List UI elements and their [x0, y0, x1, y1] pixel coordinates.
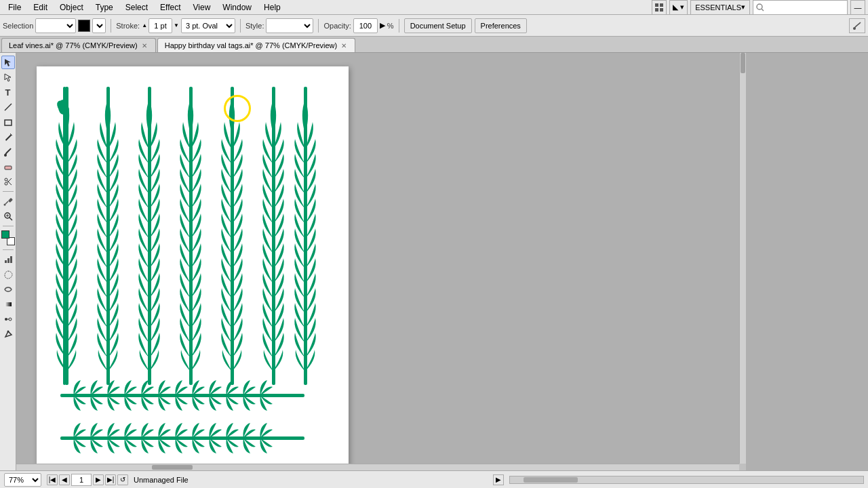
svg-rect-3: [660, 8, 663, 12]
zoom-tool[interactable]: [1, 209, 15, 223]
page-prev-btn[interactable]: ◀: [59, 474, 70, 485]
minimize-btn[interactable]: —: [850, 0, 865, 15]
menu-view[interactable]: View: [188, 1, 216, 14]
toolbar-divider3: [3, 249, 14, 250]
style-select[interactable]: [266, 18, 313, 33]
view-mode-btn[interactable]: ◣ ▾: [669, 0, 688, 15]
svg-point-4: [757, 4, 762, 9]
svg-line-5: [762, 9, 764, 11]
svg-rect-41: [60, 394, 304, 397]
stroke-type-select[interactable]: 3 pt. Oval: [181, 18, 235, 33]
svg-rect-0: [655, 3, 658, 7]
tool-select[interactable]: [35, 18, 76, 33]
page-number[interactable]: [71, 474, 92, 486]
direct-selection-tool[interactable]: [1, 70, 15, 84]
preferences-btn[interactable]: Preferences: [475, 18, 527, 33]
stroke-down-btn[interactable]: ▼: [174, 22, 179, 28]
pen-tool[interactable]: [1, 327, 15, 341]
svg-line-15: [7, 180, 12, 185]
graph-tool[interactable]: [1, 253, 15, 266]
svg-rect-8: [5, 120, 12, 125]
left-toolbar: T: [0, 53, 16, 470]
svg-line-20: [9, 218, 12, 220]
essentials-btn[interactable]: ESSENTIALS ▾: [690, 0, 750, 15]
v-scrollbar-thumb[interactable]: [741, 53, 745, 73]
menu-window[interactable]: Window: [217, 1, 257, 14]
bottom-scroll-track[interactable]: [509, 476, 865, 484]
brush-tool[interactable]: [1, 145, 15, 159]
stroke-label: Stroke:: [116, 22, 140, 30]
selection-tool[interactable]: [1, 56, 15, 69]
eraser-tool[interactable]: [1, 160, 15, 174]
svg-rect-23: [5, 260, 7, 263]
tab-leaf-vines-close[interactable]: ✕: [140, 42, 149, 49]
menu-select[interactable]: Select: [120, 1, 153, 14]
sep3: [318, 19, 319, 33]
svg-line-17: [5, 201, 8, 204]
svg-line-14: [7, 178, 12, 183]
artboard: .leaf { fill: #009966; } .vine-stem { fi…: [37, 66, 349, 470]
text-tool[interactable]: T: [1, 85, 15, 99]
tab-birthday-tags[interactable]: Happy birthday val tags.ai* @ 77% (CMYK/…: [157, 38, 356, 52]
search-icon[interactable]: [753, 0, 848, 15]
svg-rect-16: [7, 198, 12, 203]
sep1: [111, 19, 111, 33]
svg-rect-26: [5, 302, 12, 306]
document-setup-btn[interactable]: Document Setup: [404, 18, 472, 33]
page-last-btn[interactable]: ▶|: [105, 474, 116, 485]
color-select[interactable]: ▾: [92, 18, 106, 33]
eyedropper-tool[interactable]: [1, 195, 15, 208]
main-area: T: [0, 53, 868, 470]
lasso-tool[interactable]: [1, 268, 15, 281]
svg-rect-25: [10, 256, 12, 263]
vertical-scrollbar[interactable]: [739, 53, 746, 464]
svg-point-18: [3, 204, 5, 206]
fill-color[interactable]: [78, 20, 90, 32]
svg-rect-2: [655, 8, 658, 12]
status-bar: 77% |◀ ◀ ▶ ▶| ↺ Unmanaged File ▶: [0, 470, 868, 488]
horizontal-scrollbar[interactable]: [16, 464, 739, 470]
scrollbar-corner: [739, 464, 746, 470]
scissors-tool[interactable]: [1, 175, 15, 188]
blend-tool[interactable]: [1, 312, 15, 326]
tab-birthday-tags-label: Happy birthday val tags.ai* @ 77% (CMYK/…: [165, 41, 338, 49]
menu-type[interactable]: Type: [90, 1, 119, 14]
line-tool[interactable]: [1, 100, 15, 114]
page-next-btn[interactable]: ▶: [93, 474, 104, 485]
warp-tool[interactable]: [1, 283, 15, 296]
menu-edit[interactable]: Edit: [28, 1, 53, 14]
svg-rect-24: [7, 258, 9, 263]
canvas-area[interactable]: .leaf { fill: #009966; } .vine-stem { fi…: [16, 53, 746, 470]
file-status: Unmanaged File: [134, 476, 488, 484]
page-nav: |◀ ◀ ▶ ▶| ↺: [47, 474, 128, 486]
h-scrollbar-thumb[interactable]: [152, 465, 193, 470]
stroke-value[interactable]: [149, 18, 172, 33]
menu-effect[interactable]: Effect: [155, 1, 186, 14]
brush-options[interactable]: [849, 18, 865, 33]
status-expand-btn[interactable]: ▶: [493, 474, 504, 485]
shape-tool[interactable]: [1, 115, 15, 129]
gradient-tool[interactable]: [1, 298, 15, 311]
pencil-tool[interactable]: [1, 130, 15, 144]
page-add-btn[interactable]: ↺: [117, 474, 128, 485]
menu-file[interactable]: File: [3, 1, 26, 14]
opacity-value[interactable]: [353, 18, 378, 33]
grid-icon[interactable]: [652, 0, 667, 15]
fill-stroke-indicator[interactable]: [1, 230, 15, 245]
tab-birthday-tags-close[interactable]: ✕: [340, 42, 348, 49]
opacity-arrow[interactable]: ▶: [380, 21, 385, 30]
tabs-bar: Leaf vines.ai* @ 77% (CMYK/Preview) ✕ Ha…: [0, 37, 868, 53]
sep2: [240, 19, 241, 33]
menu-help[interactable]: Help: [258, 1, 286, 14]
bottom-scroll-thumb[interactable]: [524, 477, 578, 483]
svg-rect-11: [5, 166, 12, 169]
svg-point-30: [7, 331, 9, 333]
tab-leaf-vines[interactable]: Leaf vines.ai* @ 77% (CMYK/Preview) ✕: [1, 38, 156, 52]
page-first-btn[interactable]: |◀: [47, 474, 58, 485]
stroke-up-btn[interactable]: ▲: [142, 22, 147, 28]
menu-bar: File Edit Object Type Select Effect View…: [0, 0, 868, 15]
zoom-select[interactable]: 77%: [4, 473, 41, 487]
menu-object[interactable]: Object: [54, 1, 89, 14]
toolbar: Selection ▾ Stroke: ▲ ▼ 3 pt. Oval Style…: [0, 15, 868, 37]
right-workspace: [746, 53, 868, 470]
